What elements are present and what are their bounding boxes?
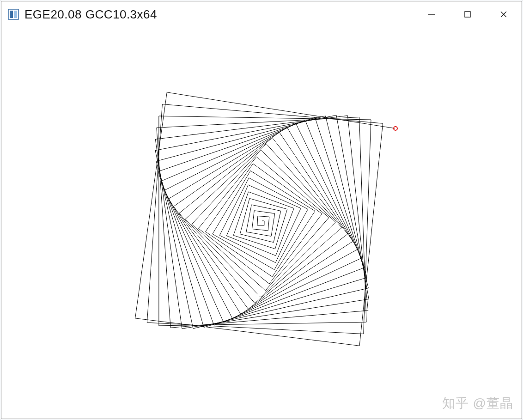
svg-rect-1 [10,11,13,18]
window-title: EGE20.08 GCC10.3x64 [24,7,414,22]
application-window: EGE20.08 GCC10.3x64 [1,1,522,419]
graphics-canvas: 知乎 @董晶 [1,27,522,419]
close-button[interactable] [486,1,522,27]
maximize-icon [463,10,472,18]
minimize-icon [427,10,436,18]
maximize-button[interactable] [450,1,486,27]
window-controls [414,1,522,27]
svg-rect-2 [14,11,17,18]
turtle-cursor [393,126,398,131]
svg-point-7 [394,127,397,130]
minimize-button[interactable] [414,1,450,27]
app-icon [8,9,19,20]
close-icon [499,10,508,18]
svg-rect-4 [465,12,470,17]
spiral-drawing [1,27,522,419]
titlebar[interactable]: EGE20.08 GCC10.3x64 [1,1,522,27]
